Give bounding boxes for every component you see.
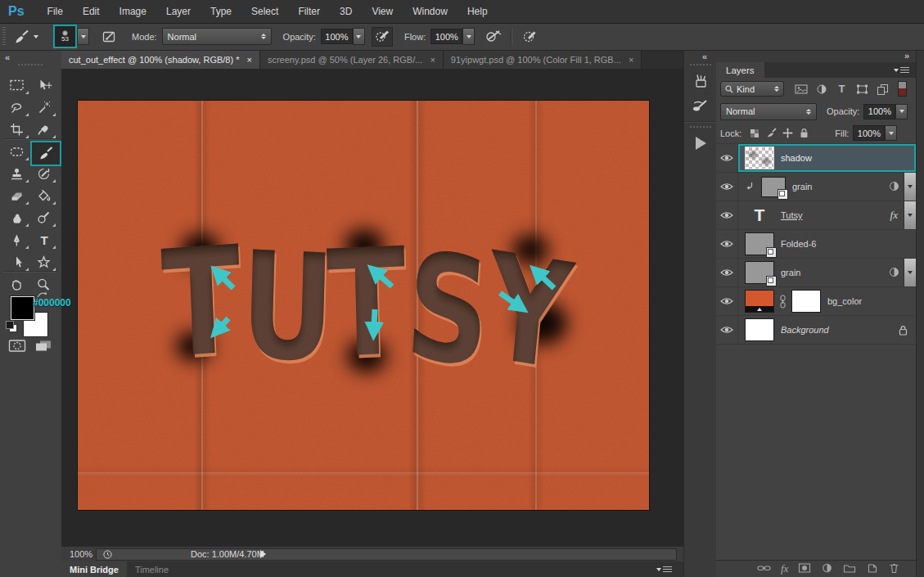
pressure-opacity-toggle[interactable] bbox=[372, 27, 393, 47]
add-adjustment-layer-button[interactable] bbox=[821, 562, 833, 575]
menu-layer[interactable]: Layer bbox=[156, 6, 201, 17]
zoom-level[interactable]: 100% bbox=[70, 549, 92, 559]
layers-opacity-dropdown[interactable] bbox=[895, 104, 908, 119]
layer-name[interactable]: Folded-6 bbox=[781, 239, 816, 249]
expand-effects-button[interactable] bbox=[904, 173, 916, 201]
collapse-toolbar-icon[interactable]: « bbox=[5, 52, 8, 62]
layer-name[interactable]: Background bbox=[781, 325, 829, 335]
fill-layer-thumbnail[interactable] bbox=[745, 290, 774, 313]
tool-move[interactable] bbox=[31, 75, 57, 96]
doc-tab-cut-out-effect[interactable]: cut_out_effect @ 100% (shadow, RGB/8) * … bbox=[61, 51, 260, 69]
new-layer-button[interactable] bbox=[866, 562, 878, 575]
layer-thumbnail[interactable] bbox=[745, 261, 774, 284]
tool-eraser[interactable] bbox=[4, 186, 30, 206]
opacity-dropdown-button[interactable] bbox=[353, 28, 365, 45]
foreground-color-swatch[interactable] bbox=[11, 296, 34, 320]
expand-panels-icon[interactable]: » bbox=[904, 51, 908, 61]
tool-brush[interactable] bbox=[30, 141, 61, 166]
menu-file[interactable]: File bbox=[38, 6, 73, 17]
layer-row-background[interactable]: Background bbox=[716, 316, 916, 345]
menu-select[interactable]: Select bbox=[241, 6, 288, 17]
tool-dodge[interactable] bbox=[31, 208, 57, 228]
new-group-button[interactable] bbox=[843, 562, 856, 575]
lock-pixels-icon[interactable] bbox=[763, 128, 779, 138]
tool-path-selection[interactable] bbox=[4, 252, 30, 273]
close-tab-icon[interactable]: × bbox=[430, 55, 435, 65]
dock-grip[interactable] bbox=[690, 126, 711, 128]
fill-dropdown[interactable] bbox=[885, 125, 897, 141]
close-tab-icon[interactable]: × bbox=[246, 55, 251, 65]
mask-link-icon[interactable] bbox=[779, 295, 787, 309]
menu-view[interactable]: View bbox=[362, 6, 403, 17]
lock-all-icon[interactable] bbox=[796, 128, 812, 138]
visibility-toggle[interactable] bbox=[716, 287, 738, 315]
filter-pixel-layers-icon[interactable] bbox=[791, 82, 811, 97]
document-canvas[interactable]: TUTSY TUTSY bbox=[78, 101, 649, 510]
brush-tool-dropdown-icon[interactable] bbox=[34, 35, 38, 38]
layers-panel-menu-icon[interactable] bbox=[894, 67, 909, 73]
layer-row-tutsy[interactable]: T Tutsy fx bbox=[716, 201, 916, 230]
menu-3d[interactable]: 3D bbox=[330, 6, 362, 17]
layers-opacity-input[interactable]: 100% bbox=[863, 104, 895, 119]
menu-window[interactable]: Window bbox=[403, 6, 457, 17]
layer-name[interactable]: grain bbox=[792, 182, 812, 192]
menu-image[interactable]: Image bbox=[110, 6, 156, 17]
layer-mask-thumbnail[interactable] bbox=[791, 290, 821, 313]
tool-clone-stamp[interactable] bbox=[4, 164, 30, 184]
options-drag-handle[interactable] bbox=[2, 27, 6, 47]
layer-thumbnail[interactable] bbox=[745, 318, 774, 341]
tool-crop[interactable] bbox=[4, 119, 30, 140]
blend-mode-select[interactable]: Normal bbox=[720, 103, 817, 120]
dock-grip[interactable] bbox=[690, 64, 711, 65]
flow-input[interactable]: 100% bbox=[430, 29, 462, 44]
status-options-arrow-icon[interactable] bbox=[260, 550, 266, 558]
layer-thumbnail[interactable] bbox=[761, 177, 786, 197]
tool-healing-brush[interactable] bbox=[4, 142, 30, 162]
visibility-toggle[interactable] bbox=[716, 259, 738, 286]
toolbar-grip[interactable] bbox=[18, 64, 43, 65]
tab-timeline[interactable]: Timeline bbox=[127, 561, 177, 577]
filter-shape-layers-icon[interactable] bbox=[852, 82, 872, 97]
tab-layers[interactable]: Layers bbox=[716, 62, 764, 78]
tool-history-brush[interactable] bbox=[31, 164, 57, 184]
filter-type-layers-icon[interactable]: T bbox=[832, 82, 852, 97]
layer-row-shadow[interactable]: shadow bbox=[716, 144, 916, 173]
text-layer-thumbnail[interactable]: T bbox=[745, 205, 774, 225]
airbrush-toggle[interactable] bbox=[483, 27, 504, 47]
visibility-toggle[interactable] bbox=[716, 230, 738, 258]
layer-effects-label[interactable]: fx bbox=[890, 209, 898, 222]
tool-paint-bucket[interactable] bbox=[31, 186, 57, 206]
menu-type[interactable]: Type bbox=[201, 6, 241, 17]
tool-custom-shape[interactable] bbox=[31, 252, 57, 273]
tab-mini-bridge[interactable]: Mini Bridge bbox=[61, 561, 127, 577]
menu-filter[interactable]: Filter bbox=[288, 6, 330, 17]
delete-layer-button[interactable] bbox=[888, 562, 900, 575]
close-tab-icon[interactable]: × bbox=[629, 55, 633, 65]
filter-smart-objects-icon[interactable] bbox=[872, 82, 893, 97]
expand-effects-button[interactable] bbox=[904, 201, 916, 229]
filter-kind-select[interactable]: Kind bbox=[720, 81, 784, 97]
fill-input[interactable]: 100% bbox=[853, 125, 885, 141]
tool-type[interactable]: T bbox=[31, 230, 57, 250]
quick-mask-button[interactable] bbox=[8, 339, 26, 354]
visibility-toggle[interactable] bbox=[716, 316, 738, 344]
visibility-toggle[interactable] bbox=[716, 201, 738, 229]
smart-filter-icon[interactable] bbox=[889, 181, 899, 193]
brush-tool-icon[interactable] bbox=[12, 29, 30, 44]
tool-eyedropper[interactable] bbox=[31, 119, 57, 140]
layer-name[interactable]: shadow bbox=[781, 153, 812, 163]
menu-edit[interactable]: Edit bbox=[73, 6, 110, 17]
filter-adjustment-layers-icon[interactable] bbox=[811, 82, 832, 97]
link-layers-button[interactable] bbox=[757, 562, 771, 575]
menu-help[interactable]: Help bbox=[457, 6, 498, 17]
visibility-toggle[interactable] bbox=[716, 144, 738, 172]
tool-pen[interactable] bbox=[4, 230, 30, 250]
lock-position-icon[interactable] bbox=[779, 128, 796, 138]
layer-name[interactable]: bg_color bbox=[827, 296, 862, 306]
tool-rectangular-marquee[interactable] bbox=[4, 75, 30, 96]
layer-row-bg-color[interactable]: bg_color bbox=[716, 287, 916, 316]
flow-dropdown-button[interactable] bbox=[462, 28, 475, 45]
bottom-panel-menu-icon[interactable] bbox=[656, 566, 672, 572]
brush-preset-dropdown-button[interactable] bbox=[77, 28, 89, 45]
layer-name[interactable]: Tutsy bbox=[781, 210, 803, 220]
